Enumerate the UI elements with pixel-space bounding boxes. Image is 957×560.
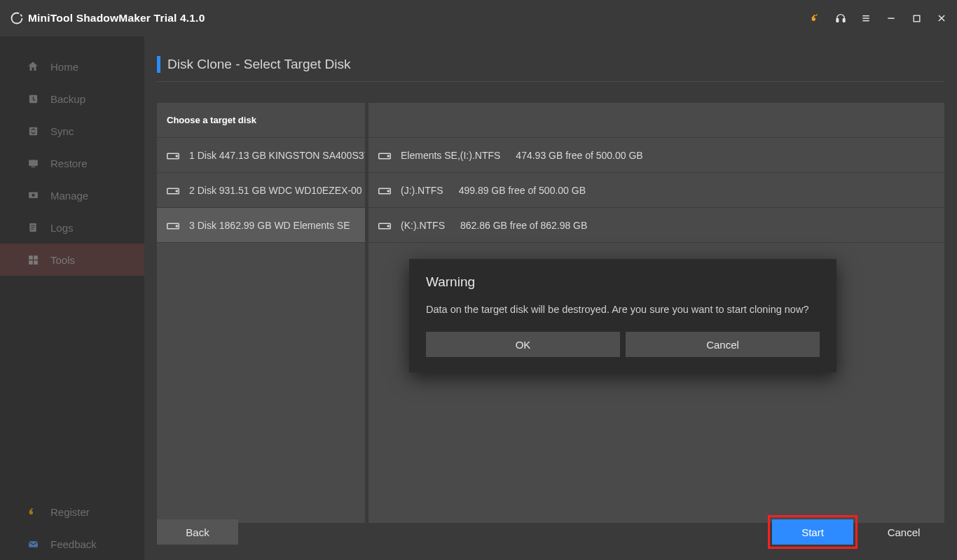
partition-free: 474.93 GB free of 500.00 GB: [516, 150, 642, 161]
drive-icon: [378, 151, 391, 160]
svg-point-36: [387, 190, 389, 191]
partition-free: 862.86 GB free of 862.98 GB: [460, 220, 587, 231]
cancel-button[interactable]: Cancel: [863, 519, 944, 545]
partition-label: Elements SE,(I:).NTFS: [401, 150, 500, 161]
content: Disk Clone - Select Target Disk Choose a…: [144, 36, 957, 560]
restore-icon: [27, 157, 39, 169]
sidebar-item-manage[interactable]: Manage: [0, 179, 144, 211]
svg-rect-6: [862, 18, 869, 18]
disk-row[interactable]: 2 Disk 931.51 GB WDC WD10EZEX-00: [157, 173, 365, 208]
key-icon[interactable]: [810, 13, 821, 24]
drive-icon: [378, 186, 391, 195]
backup-icon: [27, 92, 39, 105]
disk-label: 1 Disk 447.13 GB KINGSTON SA400S37: [189, 150, 365, 161]
page-header: Disk Clone - Select Target Disk: [157, 49, 944, 82]
sidebar-label: Logs: [50, 222, 74, 234]
app-title: MiniTool ShadowMaker Trial 4.1.0: [28, 12, 205, 24]
svg-rect-7: [862, 20, 869, 21]
disk-label: 3 Disk 1862.99 GB WD Elements SE: [189, 220, 350, 231]
svg-rect-8: [888, 18, 894, 18]
disk-list-column: Choose a target disk 1 Disk 447.13 GB KI…: [157, 103, 365, 523]
dialog-cancel-button[interactable]: Cancel: [626, 332, 820, 357]
partition-label: (J:).NTFS: [401, 185, 443, 196]
sidebar-label: Tools: [50, 254, 75, 266]
svg-point-30: [176, 190, 177, 191]
partition-row[interactable]: Elements SE,(I:).NTFS 474.93 GB free of …: [369, 138, 944, 173]
svg-rect-13: [31, 166, 35, 167]
partition-label: (K:).NTFS: [401, 220, 445, 231]
sync-icon: [27, 125, 39, 137]
dialog-title: Warning: [426, 274, 820, 290]
sidebar-item-logs[interactable]: Logs: [0, 211, 144, 244]
svg-rect-18: [31, 227, 34, 227]
key-icon: [27, 505, 39, 518]
header-marker: [157, 56, 160, 73]
sidebar-item-restore[interactable]: Restore: [0, 147, 144, 179]
svg-rect-26: [29, 541, 38, 547]
sidebar-item-tools[interactable]: Tools: [0, 244, 144, 276]
sidebar-item-register[interactable]: Register: [0, 496, 144, 528]
svg-point-38: [387, 225, 389, 226]
choose-target-label: Choose a target disk: [157, 103, 365, 138]
svg-rect-4: [843, 19, 845, 22]
svg-point-34: [387, 155, 389, 156]
menu-icon[interactable]: [860, 13, 872, 24]
sidebar-label: Register: [50, 506, 90, 518]
drive-icon: [378, 221, 391, 230]
minimize-icon[interactable]: [886, 13, 897, 24]
svg-rect-22: [29, 260, 33, 265]
partition-row[interactable]: (K:).NTFS 862.86 GB free of 862.98 GB: [369, 208, 944, 243]
sidebar-label: Sync: [50, 125, 74, 137]
tools-icon: [27, 253, 39, 266]
svg-point-32: [176, 225, 177, 226]
dialog-ok-button[interactable]: OK: [426, 332, 620, 357]
svg-point-15: [32, 193, 34, 196]
page-title: Disk Clone - Select Target Disk: [167, 57, 351, 72]
svg-rect-17: [31, 225, 34, 226]
sidebar-item-home[interactable]: Home: [0, 50, 144, 83]
back-button[interactable]: Back: [157, 519, 238, 545]
close-icon[interactable]: [936, 13, 947, 24]
maximize-icon[interactable]: [911, 13, 922, 24]
sidebar: Home Backup Sync Restore Manage Logs Too…: [0, 36, 144, 560]
mail-icon: [27, 538, 39, 550]
partition-row[interactable]: (J:).NTFS 499.89 GB free of 500.00 GB: [369, 173, 944, 208]
svg-rect-20: [29, 255, 33, 260]
sidebar-label: Feedback: [50, 538, 97, 550]
svg-rect-12: [29, 160, 38, 166]
dialog-message: Data on the target disk will be destroye…: [426, 304, 820, 315]
svg-rect-3: [836, 19, 839, 22]
app-logo-icon: [10, 11, 24, 25]
home-icon: [27, 60, 39, 73]
manage-icon: [27, 189, 39, 202]
partition-free: 499.89 GB free of 500.00 GB: [459, 185, 586, 196]
start-highlight: Start: [768, 515, 858, 549]
svg-rect-9: [914, 15, 920, 22]
sidebar-label: Restore: [50, 158, 88, 169]
disk-row[interactable]: 3 Disk 1862.99 GB WD Elements SE: [157, 208, 365, 243]
drive-icon: [167, 221, 179, 230]
drive-icon: [167, 186, 179, 195]
footer: Back Start Cancel: [157, 515, 944, 549]
sidebar-label: Home: [50, 61, 78, 73]
sidebar-item-backup[interactable]: Backup: [0, 83, 144, 115]
drive-icon: [167, 151, 179, 160]
svg-rect-21: [34, 255, 38, 260]
svg-point-28: [176, 155, 177, 156]
svg-rect-2: [815, 14, 818, 16]
svg-rect-23: [34, 260, 38, 265]
sidebar-item-sync[interactable]: Sync: [0, 115, 144, 147]
partition-header: [369, 103, 944, 138]
sidebar-item-feedback[interactable]: Feedback: [0, 528, 144, 560]
disk-row[interactable]: 1 Disk 447.13 GB KINGSTON SA400S37: [157, 138, 365, 173]
svg-rect-5: [862, 15, 869, 16]
titlebar: MiniTool ShadowMaker Trial 4.1.0: [0, 0, 957, 36]
disk-label: 2 Disk 931.51 GB WDC WD10EZEX-00: [189, 185, 362, 196]
logs-icon: [27, 221, 39, 234]
start-button[interactable]: Start: [772, 519, 853, 545]
headset-icon[interactable]: [835, 13, 846, 24]
sidebar-label: Manage: [50, 190, 88, 202]
svg-rect-19: [31, 229, 33, 230]
warning-dialog: Warning Data on the target disk will be …: [409, 259, 836, 372]
sidebar-label: Backup: [50, 93, 85, 105]
